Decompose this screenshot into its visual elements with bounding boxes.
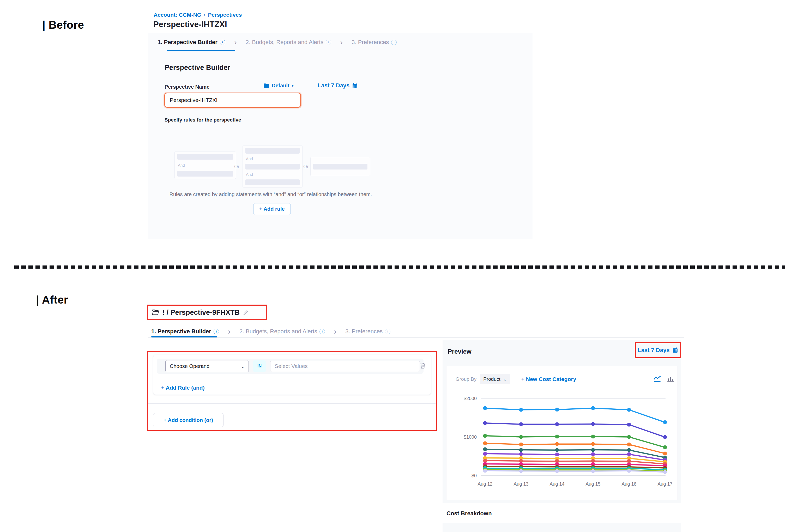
chevron-right-icon: ›: [228, 327, 230, 336]
tab-preferences[interactable]: 3. Preferences i: [352, 39, 397, 46]
rule-section-divider: [148, 403, 436, 404]
calendar-icon: [672, 347, 678, 353]
rules-hint-text: Rules are created by adding statements w…: [166, 191, 375, 197]
group-by-select[interactable]: Product ⌄: [480, 374, 510, 384]
svg-text:Aug 17: Aug 17: [658, 481, 672, 487]
info-icon[interactable]: i: [320, 329, 325, 334]
tab-label: 2. Budgets, Reports and Alerts: [240, 328, 317, 335]
info-icon[interactable]: i: [385, 329, 391, 334]
select-values-input[interactable]: [270, 361, 420, 372]
skeleton-bar: [245, 179, 300, 185]
rule-group-card: Choose Operand ⌄ IN + Add Rule (and): [153, 355, 431, 395]
info-icon[interactable]: i: [391, 40, 397, 45]
add-rule-and-link[interactable]: + Add Rule (and): [161, 385, 205, 391]
line-chart-toggle-icon[interactable]: [653, 376, 661, 382]
operand-select[interactable]: Choose Operand ⌄: [165, 360, 249, 372]
svg-text:$0: $0: [472, 473, 477, 478]
tab-budgets-reports-alerts[interactable]: 2. Budgets, Reports and Alerts i: [240, 328, 325, 335]
breadcrumb-chevron-icon: ›: [204, 12, 206, 18]
tab-perspective-builder[interactable]: 1. Perspective Builder i: [157, 39, 225, 46]
folder-icon: [263, 83, 269, 88]
before-screenshot-card: Account: CCM-NG › Perspectives Perspecti…: [148, 7, 533, 239]
operator-badge[interactable]: IN: [253, 360, 266, 372]
caret-down-icon: ▾: [292, 84, 293, 88]
skeleton-bar: [177, 171, 233, 176]
tab-label: 2. Budgets, Reports and Alerts: [246, 39, 323, 46]
perspective-name-label: Perspective Name: [165, 84, 209, 90]
svg-text:$2000: $2000: [464, 396, 477, 401]
after-tab-strip: 1. Perspective Builder i › 2. Budgets, R…: [148, 325, 684, 338]
rules-section-label: Specify rules for the perspective: [165, 117, 241, 123]
chevron-right-icon: ›: [340, 38, 343, 47]
skeleton-and-label: And: [245, 172, 300, 177]
svg-text:Aug 13: Aug 13: [513, 481, 528, 487]
operand-select-value: Choose Operand: [170, 363, 209, 369]
before-content-area: 1. Perspective Builder i › 2. Budgets, R…: [148, 33, 533, 239]
chevron-right-icon: ›: [334, 327, 337, 336]
skeleton-and-label: And: [245, 156, 300, 162]
info-icon[interactable]: i: [326, 40, 331, 45]
group-by-value: Product: [483, 376, 500, 382]
after-section-label: | After: [36, 293, 68, 306]
info-icon[interactable]: i: [220, 40, 225, 45]
cost-breakdown-heading: Cost Breakdown: [446, 510, 492, 517]
breadcrumb-perspectives-link[interactable]: Perspectives: [208, 12, 242, 18]
skeleton-or-label: Or: [303, 164, 308, 170]
info-icon[interactable]: i: [214, 329, 219, 334]
add-rule-button[interactable]: + Add rule: [253, 203, 291, 215]
tab-budgets-reports-alerts[interactable]: 2. Budgets, Reports and Alerts i: [246, 39, 331, 46]
new-cost-category-link[interactable]: + New Cost Category: [521, 376, 576, 382]
active-tab-underline: [167, 50, 235, 51]
skeleton-or-label: Or: [234, 164, 240, 170]
perspective-name-input[interactable]: Perspective-IHTZXI: [164, 93, 301, 108]
delete-rule-trash-icon[interactable]: [419, 362, 426, 369]
skeleton-bar: [245, 164, 300, 170]
before-section-label: | Before: [42, 19, 84, 31]
skeleton-bar: [177, 154, 233, 159]
after-title-highlight: ! / Perspective-9FHXTB: [147, 305, 267, 320]
preview-chart-card: Group By Product ⌄ + New Cost Category $…: [446, 366, 678, 500]
svg-text:Aug 15: Aug 15: [586, 481, 600, 487]
tab-perspective-builder[interactable]: 1. Perspective Builder i: [151, 328, 219, 335]
date-range-button[interactable]: Last 7 Days: [318, 82, 358, 89]
tab-label: 1. Perspective Builder: [157, 39, 217, 46]
before-after-divider: [14, 265, 785, 269]
svg-text:Aug 14: Aug 14: [549, 481, 564, 487]
after-page-title: ! / Perspective-9FHXTB: [162, 308, 240, 317]
folder-select[interactable]: Default ▾: [263, 83, 293, 89]
page-title: Perspective-IHTZXI: [153, 20, 227, 29]
breadcrumb-account-link[interactable]: Account: CCM-NG: [154, 12, 201, 18]
edit-pencil-icon[interactable]: [243, 309, 249, 316]
breadcrumb: Account: CCM-NG › Perspectives: [154, 12, 242, 18]
date-range-label: Last 7 Days: [318, 82, 349, 89]
rule-row: Choose Operand ⌄ IN: [157, 359, 423, 374]
screenshot-canvas: | Before Account: CCM-NG › Perspectives …: [0, 0, 798, 532]
perspective-name-value: Perspective-IHTZXI: [170, 97, 217, 103]
cost-breakdown-card-edge: [442, 523, 681, 532]
active-tab-underline: [151, 336, 217, 338]
add-condition-or-button[interactable]: + Add condition (or): [153, 413, 224, 427]
preview-date-range-button[interactable]: Last 7 Days: [638, 347, 678, 354]
group-by-label: Group By: [456, 376, 476, 382]
rule-skeleton-box: And: [174, 152, 236, 179]
preview-heading: Preview: [448, 348, 472, 355]
skeleton-bar: [313, 164, 367, 170]
svg-text:Aug 12: Aug 12: [477, 481, 492, 487]
tab-label: 3. Preferences: [352, 39, 389, 46]
skeleton-and-label: And: [177, 163, 233, 168]
calendar-icon: [352, 82, 358, 89]
tab-preferences[interactable]: 3. Preferences i: [345, 328, 391, 335]
tab-label: 3. Preferences: [345, 328, 383, 335]
preview-panel: Preview Last 7 Days Group By Product ⌄ +…: [442, 340, 681, 503]
chevron-right-icon: ›: [234, 38, 237, 47]
text-cursor: [218, 97, 218, 103]
builder-heading: Perspective Builder: [165, 64, 230, 72]
svg-text:$1000: $1000: [464, 435, 477, 440]
bar-chart-toggle-icon[interactable]: [667, 376, 674, 382]
rule-skeleton-box: [310, 157, 370, 176]
preview-date-range-highlight: Last 7 Days: [635, 342, 681, 358]
folder-open-icon: [152, 309, 159, 316]
skeleton-bar: [245, 148, 300, 154]
preview-chart: $0$1000$2000Aug 12Aug 13Aug 14Aug 15Aug …: [449, 390, 676, 494]
before-tab-strip: 1. Perspective Builder i › 2. Budgets, R…: [157, 33, 533, 51]
